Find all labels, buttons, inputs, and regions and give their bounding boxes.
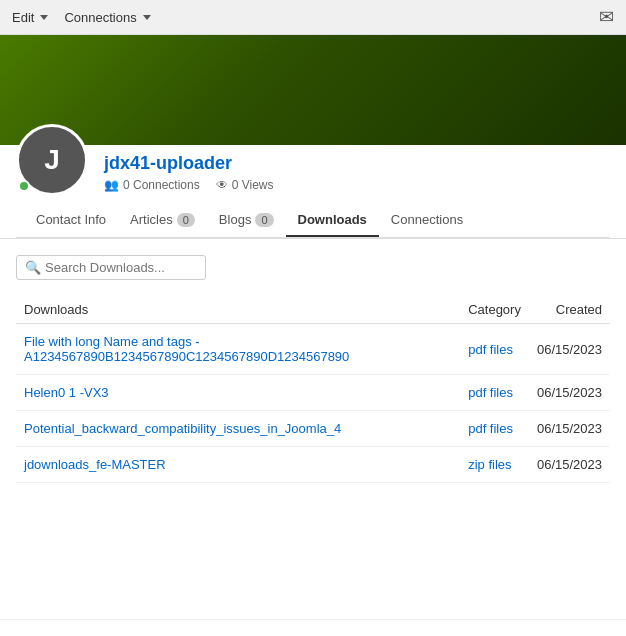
- toolbar: Edit Connections ✉: [0, 0, 626, 35]
- created-cell: 06/15/2023: [529, 324, 610, 375]
- tab-articles[interactable]: Articles 0: [118, 204, 207, 237]
- tab-connections[interactable]: Connections: [379, 204, 475, 237]
- footer: Powered by Community Builder: [0, 619, 626, 636]
- tab-contact-info-label: Contact Info: [36, 212, 106, 227]
- views-meta: 👁 0 Views: [216, 178, 274, 192]
- table-row: jdownloads_fe-MASTERzip files06/15/2023: [16, 447, 610, 483]
- connections-count: 0 Connections: [123, 178, 200, 192]
- profile-banner: [0, 35, 626, 145]
- tab-contact-info[interactable]: Contact Info: [24, 204, 118, 237]
- search-wrapper[interactable]: 🔍: [16, 255, 206, 280]
- file-name-cell: jdownloads_fe-MASTER: [16, 447, 460, 483]
- file-link[interactable]: jdownloads_fe-MASTER: [24, 457, 166, 472]
- avatar-wrapper: J: [16, 124, 88, 196]
- profile-meta: 👥 0 Connections 👁 0 Views: [104, 178, 610, 192]
- search-icon: 🔍: [25, 260, 41, 275]
- table-header-row: Downloads Category Created: [16, 296, 610, 324]
- file-link[interactable]: Potential_backward_compatibility_issues_…: [24, 421, 341, 436]
- file-name-cell: File with long Name and tags -A123456789…: [16, 324, 460, 375]
- created-cell: 06/15/2023: [529, 447, 610, 483]
- mail-icon[interactable]: ✉: [599, 6, 614, 28]
- table-row: Helen0 1 -VX3pdf files06/15/2023: [16, 375, 610, 411]
- connections-label: Connections: [64, 10, 136, 25]
- nav-tabs: Contact Info Articles 0 Blogs 0 Download…: [16, 204, 610, 238]
- edit-caret-icon: [40, 15, 48, 20]
- views-count: 0 Views: [232, 178, 274, 192]
- connections-caret-icon: [143, 15, 151, 20]
- category-link[interactable]: zip files: [468, 457, 511, 472]
- tab-articles-label: Articles: [130, 212, 173, 227]
- profile-header: J jdx41-uploader 👥 0 Connections 👁 0 Vie…: [16, 153, 610, 204]
- created-cell: 06/15/2023: [529, 411, 610, 447]
- col-header-created: Created: [529, 296, 610, 324]
- main-content: 🔍 Downloads Category Created File with l…: [0, 239, 626, 619]
- profile-info: jdx41-uploader 👥 0 Connections 👁 0 Views: [104, 153, 610, 196]
- edit-label: Edit: [12, 10, 34, 25]
- tab-connections-label: Connections: [391, 212, 463, 227]
- created-cell: 06/15/2023: [529, 375, 610, 411]
- connections-icon: 👥: [104, 178, 119, 192]
- table-row: Potential_backward_compatibility_issues_…: [16, 411, 610, 447]
- tab-articles-badge: 0: [177, 213, 195, 227]
- col-header-downloads: Downloads: [16, 296, 460, 324]
- edit-button[interactable]: Edit: [12, 10, 48, 25]
- category-link[interactable]: pdf files: [468, 385, 513, 400]
- connections-button[interactable]: Connections: [64, 10, 150, 25]
- category-link[interactable]: pdf files: [468, 421, 513, 436]
- online-status-dot: [18, 180, 30, 192]
- profile-section: J jdx41-uploader 👥 0 Connections 👁 0 Vie…: [0, 145, 626, 239]
- views-icon: 👁: [216, 178, 228, 192]
- search-input[interactable]: [45, 260, 197, 275]
- category-link[interactable]: pdf files: [468, 342, 513, 357]
- col-header-category: Category: [460, 296, 529, 324]
- toolbar-left: Edit Connections: [12, 10, 151, 25]
- tab-blogs-badge: 0: [255, 213, 273, 227]
- tab-blogs[interactable]: Blogs 0: [207, 204, 286, 237]
- category-cell: pdf files: [460, 324, 529, 375]
- category-cell: pdf files: [460, 411, 529, 447]
- category-cell: zip files: [460, 447, 529, 483]
- file-link[interactable]: Helen0 1 -VX3: [24, 385, 109, 400]
- profile-name: jdx41-uploader: [104, 153, 610, 174]
- tab-downloads[interactable]: Downloads: [286, 204, 379, 237]
- downloads-table: Downloads Category Created File with lon…: [16, 296, 610, 483]
- tab-downloads-label: Downloads: [298, 212, 367, 227]
- table-row: File with long Name and tags -A123456789…: [16, 324, 610, 375]
- file-name-cell: Potential_backward_compatibility_issues_…: [16, 411, 460, 447]
- category-cell: pdf files: [460, 375, 529, 411]
- avatar-letter: J: [44, 144, 60, 176]
- tab-blogs-label: Blogs: [219, 212, 252, 227]
- connections-meta: 👥 0 Connections: [104, 178, 200, 192]
- file-link[interactable]: File with long Name and tags -A123456789…: [24, 334, 349, 364]
- file-name-cell: Helen0 1 -VX3: [16, 375, 460, 411]
